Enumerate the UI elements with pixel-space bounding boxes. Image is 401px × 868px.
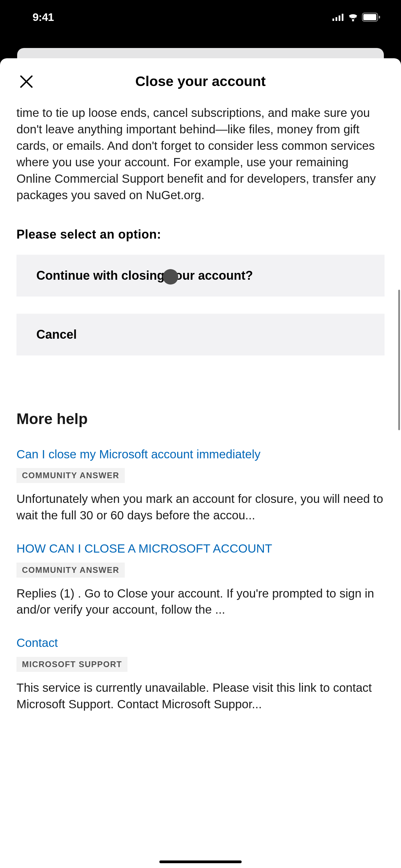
help-tag: COMMUNITY ANSWER [16,468,125,483]
battery-icon [362,13,380,22]
continue-button-label: Continue with closing your account? [36,268,253,282]
more-help-heading: More help [16,410,385,427]
status-bar: 9:41 [0,0,401,34]
help-link[interactable]: Contact [16,635,385,651]
wifi-icon [348,13,359,21]
cellular-signal-icon [332,13,344,21]
cancel-button-label: Cancel [36,327,77,341]
help-snippet: This service is currently unavailable. P… [16,679,385,712]
home-indicator[interactable] [159,860,242,863]
help-item: Can I close my Microsoft account immedia… [16,446,385,523]
cancel-button[interactable]: Cancel [16,314,385,355]
modal-sheet: Close your account time to tie up loose … [0,58,401,868]
svg-rect-6 [379,16,380,19]
help-tag: COMMUNITY ANSWER [16,563,125,578]
close-icon [19,74,34,89]
svg-rect-2 [339,15,340,21]
modal-content[interactable]: time to tie up loose ends, cancel subscr… [0,105,401,868]
modal-title: Close your account [19,73,382,89]
scroll-indicator[interactable] [398,290,400,430]
help-tag: MICROSOFT SUPPORT [16,657,127,672]
status-indicators [332,13,380,22]
help-link[interactable]: HOW CAN I CLOSE A MICROSOFT ACCOUNT [16,541,385,556]
svg-rect-1 [336,17,337,21]
status-time: 9:41 [33,11,54,24]
help-item: HOW CAN I CLOSE A MICROSOFT ACCOUNT COMM… [16,541,385,618]
svg-rect-3 [342,14,343,21]
close-button[interactable] [19,74,34,89]
svg-rect-5 [363,14,376,20]
help-link[interactable]: Can I close my Microsoft account immedia… [16,446,385,462]
continue-button[interactable]: Continue with closing your account? [16,255,385,297]
help-snippet: Replies (1) . Go to Close your account. … [16,585,385,618]
svg-rect-0 [332,19,334,21]
cursor-indicator [163,269,178,285]
body-paragraph: time to tie up loose ends, cancel subscr… [16,105,385,203]
option-prompt: Please select an option: [16,227,385,242]
help-snippet: Unfortunately when you mark an account f… [16,491,385,523]
modal-header: Close your account [0,58,401,105]
help-item: Contact MICROSOFT SUPPORT This service i… [16,635,385,712]
